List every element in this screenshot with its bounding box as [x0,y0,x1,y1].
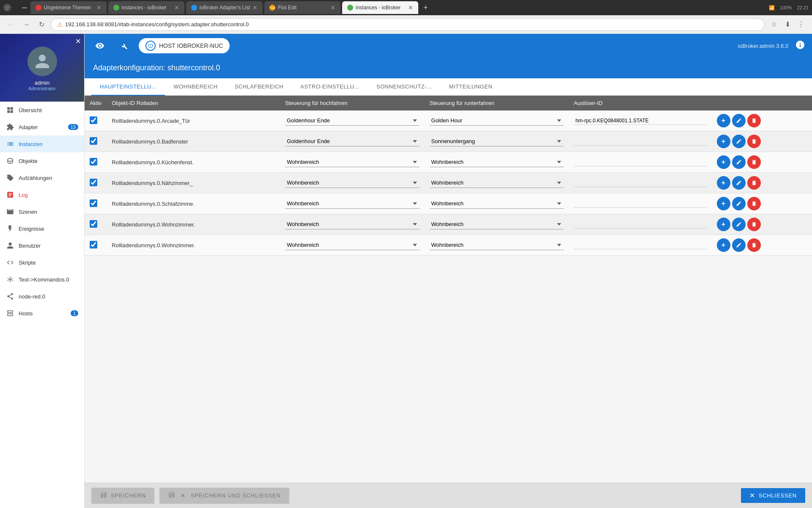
tab-sonnenschutz[interactable]: SONNENSCHUTZ-... [368,78,441,96]
select-runter-3[interactable]: Wohnbereich [430,178,564,188]
cell-actions-5: + [712,214,812,235]
add-btn-1[interactable]: + [717,135,730,148]
tab-close-1[interactable]: ✕ [96,4,102,11]
add-btn-6[interactable]: + [717,238,730,252]
select-runter-0[interactable]: Golden Hour [430,116,564,126]
add-btn-5[interactable]: + [717,218,730,231]
sidebar-username: admin [35,80,49,86]
reload-button[interactable]: ↻ [36,19,47,30]
sidebar-item-aufzaehlungen[interactable]: Aufzählungen [0,169,84,186]
save-close-button[interactable]: ✕ SPEICHERN UND SCHLIESSEN [159,488,289,504]
delete-btn-5[interactable] [747,218,761,231]
sidebar-item-ereignisse[interactable]: Ereignisse [0,220,84,237]
select-hoch-3[interactable]: Wohnbereich [285,178,419,188]
address-bar[interactable]: ⚠ 192.168.138.68:8081/#tab-instances/con… [51,18,765,31]
ausloeser-input-4[interactable] [574,200,707,208]
select-hoch-5[interactable]: Wohnbereich [285,219,419,229]
select-hoch-4[interactable]: Wohnbereich [285,199,419,209]
tab-haupteinstellungen[interactable]: HAUPTEINSTELLU... [91,78,165,96]
aktiv-checkbox-1[interactable] [90,137,97,145]
tab-astroeinstellungen[interactable]: ASTRO-EINSTELLU... [292,78,368,96]
sidebar-item-instanzen[interactable]: Instanzen [0,135,84,152]
select-hoch-1[interactable]: Goldenhour Ende [285,136,419,146]
edit-btn-2[interactable] [732,155,746,169]
tab-close-5[interactable]: ✕ [408,4,413,11]
browser-tab-instances1[interactable]: instances - ioBroker ✕ [108,1,184,14]
tab-close-4[interactable]: ✕ [330,4,335,11]
edit-btn-0[interactable] [732,114,746,127]
ausloeser-input-1[interactable] [574,138,707,146]
col-steuerung-runter: Steuerung für runterfahren [425,96,569,110]
ausloeser-input-0[interactable] [574,117,707,125]
add-btn-2[interactable]: + [717,155,730,169]
cell-actions-1: + [712,131,812,152]
aktiv-checkbox-0[interactable] [90,116,97,124]
delete-btn-1[interactable] [747,135,761,148]
info-icon[interactable] [795,40,805,52]
aktiv-checkbox-4[interactable] [90,199,97,207]
sidebar-close-button[interactable]: ✕ [75,37,81,45]
aktiv-checkbox-2[interactable] [90,158,97,166]
back-button[interactable]: ← [5,19,17,30]
sidebar-item-objekte[interactable]: Objekte [0,152,84,169]
menu-icon[interactable]: ⋮ [795,19,807,30]
edit-btn-4[interactable] [732,197,746,210]
close-button[interactable]: ✕ SCHLIESSEN [741,488,805,503]
sidebar-item-skripte[interactable]: Skripte [0,254,84,271]
wrench-button[interactable] [115,37,132,54]
select-hoch-2[interactable]: Wohnbereich [285,157,419,167]
select-runter-4[interactable]: Wohnbereich [430,199,564,209]
sidebar-item-textkommandos[interactable]: Text->Kommandos.0 [0,271,84,288]
sidebar-item-nodered[interactable]: node-red.0 [0,288,84,305]
ausloeser-input-2[interactable] [574,158,707,166]
cell-steuerung-hoch-3: Wohnbereich [280,173,424,193]
sidebar-item-benutzer[interactable]: Benutzer [0,237,84,254]
sidebar-item-adapter[interactable]: Adapter 13 [0,119,84,135]
tab-close-2[interactable]: ✕ [174,4,179,11]
select-hoch-0[interactable]: Goldenhour Ende [285,116,419,126]
save-button[interactable]: SPEICHERN [91,488,154,504]
tab-wohnbereich[interactable]: WOHNBEREICH [165,78,226,96]
add-btn-4[interactable]: + [717,197,730,210]
tab-mitteilungen[interactable]: MITTEILUNGEN [440,78,501,96]
aktiv-checkbox-5[interactable] [90,220,97,228]
app-container: ✕ admin Administrator Übersicht Adapter [0,34,812,508]
host-indicator[interactable]: HOST IOBROKER-NUC [139,38,230,53]
delete-btn-6[interactable] [747,238,761,252]
edit-btn-5[interactable] [732,218,746,231]
edit-btn-1[interactable] [732,135,746,148]
sidebar-item-uebersicht[interactable]: Übersicht [0,102,84,119]
new-tab-button[interactable]: + [420,2,431,14]
aktiv-checkbox-6[interactable] [90,241,97,248]
select-runter-1[interactable]: Sonnenuntergang [430,136,564,146]
browser-tab-instances2[interactable]: instances - ioBroker ✕ [342,1,418,14]
forward-button[interactable]: → [20,19,32,30]
sidebar-item-log[interactable]: Log [0,186,84,203]
browser-tab-flot[interactable]: Flot Flot Edit ✕ [264,1,340,14]
sidebar-item-hosts[interactable]: Hosts 1 [0,305,84,322]
select-runter-6[interactable]: Wohnbereich [430,240,564,250]
select-runter-5[interactable]: Wohnbereich [430,219,564,229]
ausloeser-input-3[interactable] [574,179,707,187]
select-hoch-6[interactable]: Wohnbereich [285,240,419,250]
ausloeser-input-5[interactable] [574,221,707,229]
browser-tab-adapters[interactable]: ioBroker Adapter's List ✕ [186,1,263,14]
aktiv-checkbox-3[interactable] [90,179,97,186]
select-runter-2[interactable]: Wohnbereich [430,157,564,167]
delete-btn-4[interactable] [747,197,761,210]
download-icon[interactable]: ⬇ [782,19,793,30]
sidebar-item-szenen[interactable]: Szenen [0,203,84,220]
edit-btn-6[interactable] [732,238,746,252]
edit-btn-3[interactable] [732,176,746,190]
delete-btn-3[interactable] [747,176,761,190]
bookmark-icon[interactable]: ☆ [768,19,780,30]
ausloeser-input-6[interactable] [574,241,707,249]
tab-close-3[interactable]: ✕ [252,4,258,11]
delete-btn-0[interactable] [747,114,761,127]
tab-schlafbereich[interactable]: SCHLAFBEREICH [226,78,292,96]
eye-button[interactable] [91,37,108,54]
add-btn-0[interactable]: + [717,114,730,127]
browser-tab-ungelesene[interactable]: Ungelesene Themen ✕ [30,1,107,14]
add-btn-3[interactable]: + [717,176,730,190]
delete-btn-2[interactable] [747,155,761,169]
